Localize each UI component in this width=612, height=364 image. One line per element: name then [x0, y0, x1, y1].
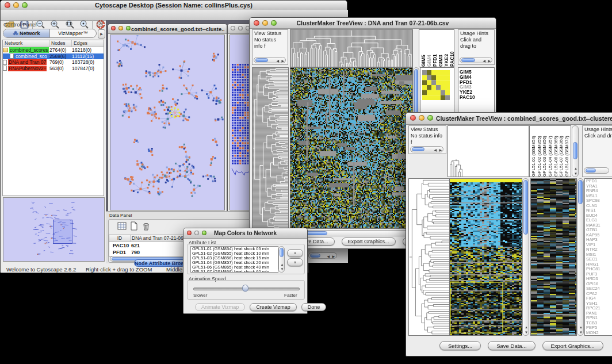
window-controls [410, 115, 433, 121]
zoom-in-icon[interactable] [49, 20, 60, 29]
tv1-hints-scroll[interactable]: ◀▶ [460, 57, 492, 63]
tv2-gene-list: PFD1YRA1RNR4MSL1SPC98CLN1NIS1BUD4ELG1MAK… [584, 178, 612, 336]
attribute-grid-icon[interactable] [117, 221, 127, 231]
zoom-out-icon[interactable] [35, 20, 46, 29]
tv1-column-dendrogram[interactable] [290, 29, 413, 67]
zoom-fit-icon[interactable] [64, 20, 75, 29]
network-row[interactable]: RNAPuberNov2+ 563(0) 107847(0) [3, 66, 104, 72]
column-label[interactable]: PFD1 [432, 30, 438, 67]
network-table-header: Network Nodes Edges [3, 40, 104, 47]
network-name: combined_sco [15, 53, 48, 59]
dialog-button[interactable]: Done [301, 303, 327, 311]
tv1-button[interactable]: Export Graphics... [342, 237, 396, 246]
tab-network[interactable]: ⁂ Network [3, 29, 50, 37]
network-window1-titlebar[interactable]: combined_scores_good.txt--cluste... [108, 24, 227, 34]
tv2-heatmap-main[interactable] [449, 178, 522, 336]
network-nodes-count: 563(0) [49, 66, 72, 71]
dialog-button[interactable]: Create Vizmap [250, 303, 296, 311]
status-welcome: Welcome to Cytoscape 2.6.2 [6, 266, 76, 273]
network-row-icon [3, 48, 8, 52]
column-label[interactable]: GPL51-02 (GSM855) [537, 126, 542, 177]
dialog-title: Map Colors to Network [183, 230, 307, 236]
network-view-window-1: combined_scores_good.txt--cluste... [108, 24, 227, 211]
tv2-labels-vscroll[interactable]: ▲▼ [572, 125, 579, 177]
network-edges-count: 16218(0) [72, 47, 104, 53]
network-row[interactable]: DNA and Tran 07 769(0) 183728(0) [3, 59, 104, 66]
toolbar-separator [92, 20, 93, 29]
column-label[interactable]: GPL51-03 (GSM856) [542, 126, 547, 177]
new-attribute-icon[interactable] [129, 221, 139, 231]
network-nodes-count: 2764(0) [49, 47, 72, 53]
column-label[interactable]: GPL51-06 (GSM865) [553, 126, 559, 177]
network-row[interactable]: combined_scores 2764(0) 16218(0) [3, 47, 104, 53]
tv2-button[interactable]: Save Data... [488, 341, 535, 350]
minimize-icon[interactable] [238, 26, 243, 30]
network-nodes-count: 769(0) [49, 59, 72, 65]
column-label[interactable]: GIM3 [438, 30, 443, 67]
network-row[interactable]: combined_sco 2569(6) 13112(15) [3, 53, 104, 60]
column-label[interactable]: GPL51-08 (GSM872) [564, 126, 569, 177]
tv2-buttons: Settings...Save Data...Export Graphics..… [439, 341, 603, 350]
network-row-icon [10, 53, 14, 59]
tab-vizmapper[interactable]: VizMapper™ [50, 29, 96, 37]
tv2-column-labels: GPL51-01 (GSM854)GPL51-02 (GSM855)GPL51-… [529, 125, 571, 177]
tv1-row-dendrogram[interactable] [252, 67, 289, 229]
tv2-heatmap-zoom[interactable] [530, 178, 577, 336]
tv2-titlebar[interactable]: ClusterMaker TreeView : combined_scores_… [406, 113, 612, 125]
column-label[interactable]: GIM4 [426, 30, 432, 67]
zoom-window-icon[interactable] [126, 26, 131, 30]
close-icon[interactable] [410, 115, 416, 121]
attribute-list-vscroll[interactable]: ▲▼ [278, 246, 285, 273]
window-controls [111, 26, 131, 30]
speed-slider-thumb[interactable] [242, 285, 248, 292]
network-canvas[interactable] [110, 35, 225, 210]
float-panel-icon[interactable] [97, 21, 103, 27]
zoom-selected-icon[interactable] [79, 20, 90, 29]
move-down-button[interactable]: ∨ [287, 258, 303, 266]
column-label[interactable]: PAC10 [449, 30, 454, 67]
tv1-status-scroll[interactable]: ◀▶ [254, 57, 286, 63]
tab-overflow-arrow[interactable]: ▶ [98, 29, 105, 39]
tv1-title: ClusterMaker TreeView : DNA and Tran 07-… [250, 20, 496, 26]
gene-label[interactable]: MON2 [585, 331, 612, 336]
zoom-window-icon[interactable] [427, 115, 433, 121]
move-up-button[interactable]: ∧ [287, 249, 303, 257]
tv2-button[interactable]: Export Graphics... [542, 341, 603, 350]
tv1-heatmap[interactable] [290, 67, 413, 229]
gene-label[interactable]: PAC10 [458, 95, 494, 100]
column-label[interactable]: GPL51-01 (GSM854) [531, 126, 536, 177]
column-label[interactable]: GPL51-04 (GSM857) [548, 126, 553, 177]
tv2-hints-scroll[interactable] [584, 167, 609, 174]
tv2-status-scroll[interactable]: ◀▶ [410, 146, 443, 152]
dialog-titlebar[interactable]: Map Colors to Network [183, 228, 307, 239]
status-zoom-hint: Right-click + drag to ZOOM [86, 266, 152, 273]
column-label[interactable]: YKE2 [443, 30, 449, 67]
minimize-icon[interactable] [118, 26, 123, 30]
column-label[interactable]: GPL51-07 (GSM868) [559, 126, 564, 177]
birdseye-view[interactable] [3, 198, 104, 261]
delete-attribute-icon[interactable] [141, 221, 151, 231]
close-icon[interactable] [111, 26, 116, 30]
background [308, 263, 406, 364]
attribute-item[interactable]: GPL51-07 (GSM868) heat shock 60 min [191, 270, 278, 273]
col-edges: Edges [72, 40, 104, 47]
network-name: combined_scores [9, 47, 49, 53]
tv2-zoom-vscroll[interactable]: ▲▼ [577, 178, 584, 336]
minimize-icon[interactable] [419, 115, 424, 121]
network-edges-count: 13112(15) [72, 53, 104, 59]
main-titlebar[interactable]: Cytoscape Desktop (Session Name: collins… [1, 1, 347, 10]
dialog-button[interactable]: Animate Vizmap [195, 303, 245, 311]
network-window1-title: combined_scores_good.txt--cluste... [131, 26, 224, 32]
tv2-button[interactable]: Settings... [439, 341, 481, 350]
tv1-titlebar[interactable]: ClusterMaker TreeView : DNA and Tran 07-… [250, 18, 496, 29]
col-nodes: Nodes [49, 40, 72, 47]
tv2-column-dendrogram[interactable] [447, 125, 529, 177]
desktop-hscroll[interactable]: ◀▶ [308, 252, 337, 259]
treeview-window-2: ClusterMaker TreeView : combined_scores_… [406, 112, 612, 357]
tv2-row-dendrogram[interactable] [408, 178, 450, 336]
close-icon[interactable] [231, 26, 235, 30]
tv1-summary-matrix[interactable] [422, 70, 450, 100]
control-panel-tabs: ⁂ Network VizMapper™ [3, 29, 97, 38]
column-label[interactable]: GIM5 [420, 30, 426, 67]
tv2-heatmap-vscroll[interactable]: ▲▼ [522, 178, 529, 336]
